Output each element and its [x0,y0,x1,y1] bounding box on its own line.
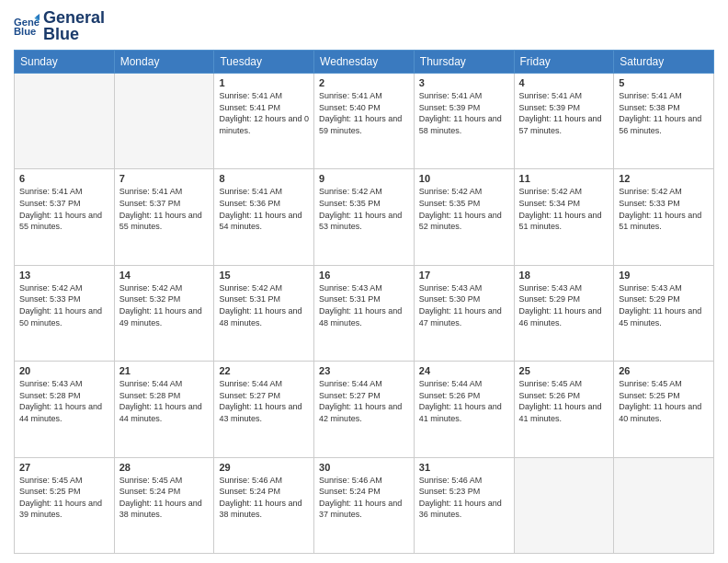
day-info: Sunrise: 5:45 AMSunset: 5:24 PMDaylight:… [119,475,210,521]
calendar-cell: 18Sunrise: 5:43 AMSunset: 5:29 PMDayligh… [514,265,614,361]
calendar-week-2: 6Sunrise: 5:41 AMSunset: 5:37 PMDaylight… [15,169,714,265]
calendar-cell: 25Sunrise: 5:45 AMSunset: 5:26 PMDayligh… [514,362,614,457]
calendar-cell: 19Sunrise: 5:43 AMSunset: 5:29 PMDayligh… [614,265,714,361]
day-number: 7 [119,173,210,184]
day-info: Sunrise: 5:46 AMSunset: 5:24 PMDaylight:… [219,475,309,521]
calendar-cell: 24Sunrise: 5:44 AMSunset: 5:26 PMDayligh… [414,362,514,457]
day-info: Sunrise: 5:44 AMSunset: 5:27 PMDaylight:… [219,378,309,424]
calendar-header-monday: Monday [114,51,214,74]
day-number: 23 [319,365,409,376]
day-info: Sunrise: 5:44 AMSunset: 5:28 PMDaylight:… [119,378,210,424]
page: General Blue General Blue SundayMondayTu… [0,0,728,563]
day-number: 2 [319,77,409,88]
calendar-header-saturday: Saturday [614,51,714,74]
calendar-cell [514,457,614,553]
day-info: Sunrise: 5:44 AMSunset: 5:26 PMDaylight:… [419,378,509,424]
day-number: 3 [419,77,509,88]
day-info: Sunrise: 5:42 AMSunset: 5:35 PMDaylight:… [419,186,509,232]
day-info: Sunrise: 5:43 AMSunset: 5:30 PMDaylight:… [419,282,509,328]
calendar-cell [614,457,714,553]
calendar-cell: 17Sunrise: 5:43 AMSunset: 5:30 PMDayligh… [414,265,514,361]
day-number: 6 [19,173,109,184]
day-number: 15 [219,270,309,281]
day-number: 19 [619,270,709,281]
day-number: 31 [419,462,509,473]
calendar-header-wednesday: Wednesday [314,51,415,74]
calendar-cell: 1Sunrise: 5:41 AMSunset: 5:41 PMDaylight… [214,74,314,169]
day-info: Sunrise: 5:43 AMSunset: 5:28 PMDaylight:… [19,378,109,424]
day-info: Sunrise: 5:45 AMSunset: 5:26 PMDaylight:… [519,378,609,424]
day-info: Sunrise: 5:41 AMSunset: 5:38 PMDaylight:… [619,90,709,136]
logo-general: General [43,9,105,26]
day-info: Sunrise: 5:44 AMSunset: 5:27 PMDaylight:… [319,378,409,424]
day-number: 11 [519,173,609,184]
day-info: Sunrise: 5:42 AMSunset: 5:33 PMDaylight:… [19,282,109,328]
day-info: Sunrise: 5:42 AMSunset: 5:31 PMDaylight:… [219,282,309,328]
calendar-cell [114,74,214,169]
calendar-cell: 10Sunrise: 5:42 AMSunset: 5:35 PMDayligh… [414,169,514,265]
day-number: 1 [219,77,309,88]
header: General Blue General Blue [14,9,714,42]
day-info: Sunrise: 5:42 AMSunset: 5:33 PMDaylight:… [619,186,709,232]
day-info: Sunrise: 5:41 AMSunset: 5:36 PMDaylight:… [219,186,309,232]
day-number: 26 [619,365,709,376]
calendar-header-friday: Friday [514,51,614,74]
day-number: 12 [619,173,709,184]
calendar-cell: 21Sunrise: 5:44 AMSunset: 5:28 PMDayligh… [114,362,214,457]
day-info: Sunrise: 5:43 AMSunset: 5:29 PMDaylight:… [619,282,709,328]
day-number: 17 [419,270,509,281]
day-info: Sunrise: 5:42 AMSunset: 5:32 PMDaylight:… [119,282,210,328]
calendar-header-sunday: Sunday [15,51,115,74]
calendar-cell: 12Sunrise: 5:42 AMSunset: 5:33 PMDayligh… [614,169,714,265]
day-number: 9 [319,173,409,184]
day-number: 8 [219,173,309,184]
day-number: 30 [319,462,409,473]
day-info: Sunrise: 5:41 AMSunset: 5:37 PMDaylight:… [19,186,109,232]
calendar-cell: 30Sunrise: 5:46 AMSunset: 5:24 PMDayligh… [314,457,415,553]
calendar-cell: 5Sunrise: 5:41 AMSunset: 5:38 PMDaylight… [614,74,714,169]
calendar-cell: 27Sunrise: 5:45 AMSunset: 5:25 PMDayligh… [15,457,115,553]
day-info: Sunrise: 5:46 AMSunset: 5:24 PMDaylight:… [319,475,409,521]
day-number: 13 [19,270,109,281]
svg-text:Blue: Blue [14,26,36,37]
day-info: Sunrise: 5:46 AMSunset: 5:23 PMDaylight:… [419,475,509,521]
calendar-cell: 2Sunrise: 5:41 AMSunset: 5:40 PMDaylight… [314,74,415,169]
calendar: SundayMondayTuesdayWednesdayThursdayFrid… [14,50,714,554]
calendar-header-thursday: Thursday [414,51,514,74]
day-number: 18 [519,270,609,281]
calendar-cell: 20Sunrise: 5:43 AMSunset: 5:28 PMDayligh… [15,362,115,457]
day-info: Sunrise: 5:45 AMSunset: 5:25 PMDaylight:… [619,378,709,424]
calendar-week-4: 20Sunrise: 5:43 AMSunset: 5:28 PMDayligh… [15,362,714,457]
calendar-cell: 23Sunrise: 5:44 AMSunset: 5:27 PMDayligh… [314,362,415,457]
day-info: Sunrise: 5:41 AMSunset: 5:40 PMDaylight:… [319,90,409,136]
calendar-header-row: SundayMondayTuesdayWednesdayThursdayFrid… [15,51,714,74]
day-number: 14 [119,270,210,281]
calendar-cell: 15Sunrise: 5:42 AMSunset: 5:31 PMDayligh… [214,265,314,361]
calendar-week-3: 13Sunrise: 5:42 AMSunset: 5:33 PMDayligh… [15,265,714,361]
calendar-cell: 11Sunrise: 5:42 AMSunset: 5:34 PMDayligh… [514,169,614,265]
day-number: 27 [19,462,109,473]
day-number: 22 [219,365,309,376]
day-number: 25 [519,365,609,376]
calendar-cell: 26Sunrise: 5:45 AMSunset: 5:25 PMDayligh… [614,362,714,457]
day-info: Sunrise: 5:41 AMSunset: 5:37 PMDaylight:… [119,186,210,232]
day-number: 29 [219,462,309,473]
calendar-header-tuesday: Tuesday [214,51,314,74]
day-number: 21 [119,365,210,376]
calendar-cell: 4Sunrise: 5:41 AMSunset: 5:39 PMDaylight… [514,74,614,169]
day-info: Sunrise: 5:41 AMSunset: 5:39 PMDaylight:… [419,90,509,136]
logo-icon: General Blue [14,13,40,39]
calendar-cell: 9Sunrise: 5:42 AMSunset: 5:35 PMDaylight… [314,169,415,265]
calendar-cell: 13Sunrise: 5:42 AMSunset: 5:33 PMDayligh… [15,265,115,361]
day-number: 28 [119,462,210,473]
calendar-cell [15,74,115,169]
calendar-cell: 16Sunrise: 5:43 AMSunset: 5:31 PMDayligh… [314,265,415,361]
day-number: 24 [419,365,509,376]
calendar-cell: 6Sunrise: 5:41 AMSunset: 5:37 PMDaylight… [15,169,115,265]
day-info: Sunrise: 5:43 AMSunset: 5:31 PMDaylight:… [319,282,409,328]
calendar-cell: 29Sunrise: 5:46 AMSunset: 5:24 PMDayligh… [214,457,314,553]
calendar-cell: 28Sunrise: 5:45 AMSunset: 5:24 PMDayligh… [114,457,214,553]
day-number: 20 [19,365,109,376]
logo-blue: Blue [43,26,79,42]
calendar-cell: 8Sunrise: 5:41 AMSunset: 5:36 PMDaylight… [214,169,314,265]
